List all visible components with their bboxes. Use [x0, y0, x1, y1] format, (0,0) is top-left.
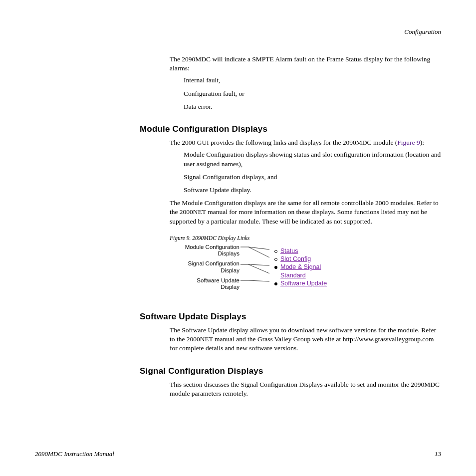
mcd-p1b: ): [420, 139, 424, 146]
figure-connector-lines [239, 244, 277, 299]
list-item: Software Update display. [184, 186, 441, 195]
intro-paragraph: The 2090MDC will indicate a SMPTE Alarm … [170, 55, 441, 73]
svg-line-7 [248, 280, 269, 281]
link-slot-config[interactable]: Slot Config [280, 255, 311, 262]
svg-line-4 [248, 264, 269, 265]
figure-caption: Figure 9. 2090MDC Display Links [170, 235, 441, 241]
figure-9: Module Configuration Displays Signal Con… [170, 244, 441, 299]
page-footer: 2090MDC Instruction Manual 13 [35, 450, 441, 458]
list-item: Signal Configuration displays, and [184, 173, 441, 182]
bullet-icon [274, 266, 277, 269]
heading-signal-config: Signal Configuration Displays [140, 366, 441, 376]
list-item: Internal fault, [184, 76, 441, 85]
mcd-p2: The Module Configuration displays are th… [170, 199, 441, 226]
svg-line-1 [248, 247, 269, 249]
scd-paragraph: This section discusses the Signal Config… [170, 380, 441, 398]
mcd-paragraph-1: The 2000 GUI provides the following link… [170, 138, 441, 147]
figure-link-row: Software Update [274, 279, 327, 287]
figure-9-link[interactable]: Figure 9 [397, 139, 420, 146]
bullet-icon [274, 282, 277, 285]
mcd-list: Module Configuration displays showing st… [184, 150, 441, 195]
bullet-icon [274, 258, 277, 261]
figure-link-row: Standard [274, 271, 327, 279]
bullet-icon [274, 250, 277, 253]
footer-title: 2090MDC Instruction Manual [35, 450, 114, 458]
figure-left-labels: Module Configuration Displays Signal Con… [170, 244, 239, 294]
label-line: Displays [218, 250, 239, 256]
label-line: Signal Configuration [188, 260, 239, 266]
link-software-update[interactable]: Software Update [280, 280, 327, 287]
figure-link-row: Slot Config [274, 255, 327, 263]
label-line: Module Configuration [185, 244, 239, 250]
sud-p1: The Software Update display allows you t… [170, 326, 441, 353]
sud-paragraph: The Software Update display allows you t… [170, 326, 441, 353]
page: Configuration The 2090MDC will indicate … [0, 0, 476, 476]
link-mode-signal[interactable]: Mode & Signal [280, 263, 321, 270]
intro-lead: The 2090MDC will indicate a SMPTE Alarm … [170, 55, 441, 73]
running-header: Configuration [35, 28, 441, 36]
footer-page-number: 13 [435, 450, 441, 458]
figure-label-signal-config: Signal Configuration Display [170, 260, 239, 273]
heading-software-update: Software Update Displays [140, 312, 441, 322]
mcd-p1a: The 2000 GUI provides the following link… [170, 139, 397, 146]
link-standard[interactable]: Standard [280, 272, 306, 279]
figure-label-module-config: Module Configuration Displays [170, 244, 239, 257]
figure-label-software-update: Software Update Display [170, 277, 239, 290]
figure-link-row: Status [274, 247, 327, 255]
list-item: Data error. [184, 102, 441, 111]
label-line: Display [221, 267, 239, 273]
label-line: Display [221, 284, 239, 290]
figure-link-row: Mode & Signal [274, 263, 327, 271]
scd-p1: This section discusses the Signal Config… [170, 380, 441, 398]
intro-list: Internal fault, Configuration fault, or … [184, 76, 441, 111]
link-status[interactable]: Status [280, 247, 298, 254]
figure-link-list: Status Slot Config Mode & Signal Standar… [274, 247, 327, 287]
heading-module-config: Module Configuration Displays [140, 124, 441, 134]
list-item: Configuration fault, or [184, 89, 441, 98]
label-line: Software Update [197, 277, 239, 283]
svg-line-2 [248, 247, 269, 257]
svg-line-5 [248, 264, 269, 273]
mcd-paragraph-2: The Module Configuration displays are th… [170, 199, 441, 226]
list-item: Module Configuration displays showing st… [184, 150, 441, 168]
